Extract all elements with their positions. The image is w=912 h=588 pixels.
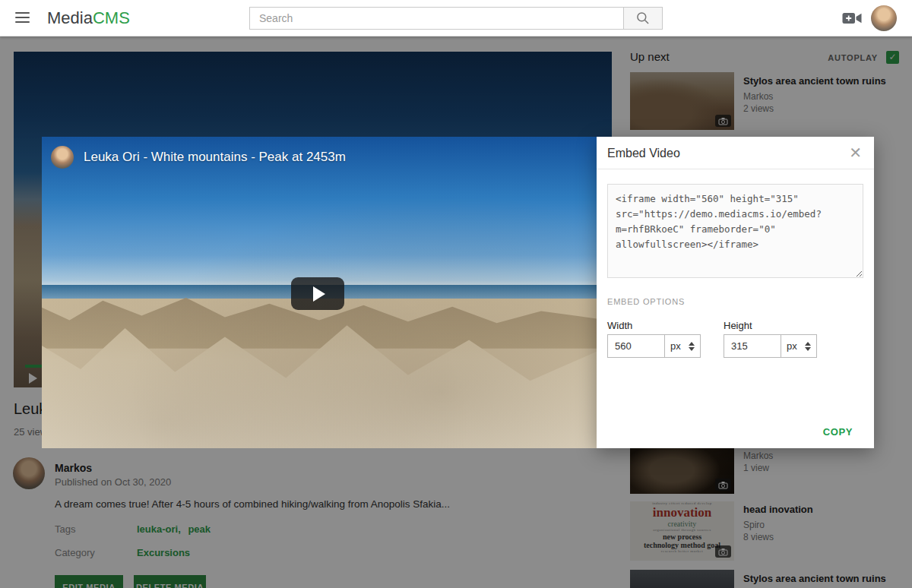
embed-code-textarea[interactable]: <iframe width="560" height="315" src="ht… (607, 184, 863, 278)
search-button[interactable] (623, 7, 663, 30)
user-avatar[interactable] (871, 5, 897, 31)
upload-video-icon[interactable] (842, 11, 862, 26)
play-icon (313, 286, 325, 302)
close-icon[interactable]: ✕ (849, 144, 862, 161)
height-input[interactable] (724, 334, 781, 358)
logo-media-text: Media (47, 8, 93, 27)
width-label: Width (607, 320, 632, 331)
width-unit-select[interactable]: px (665, 334, 701, 358)
search-input[interactable] (249, 7, 623, 30)
embed-preview-player[interactable]: Leuka Ori - White mountains - Peak at 24… (42, 137, 597, 448)
height-label: Height (724, 320, 752, 331)
width-unit-value: px (670, 340, 689, 352)
embed-options-label: EMBED OPTIONS (607, 297, 685, 306)
height-unit-value: px (787, 340, 805, 352)
search-form (249, 7, 663, 30)
top-bar: MediaCMS (0, 0, 912, 36)
search-icon (635, 11, 651, 26)
stepper-arrows-icon (805, 342, 811, 351)
channel-avatar[interactable] (51, 146, 74, 169)
logo-cms-text: CMS (93, 8, 130, 27)
preview-title-bar: Leuka Ori - White mountains - Peak at 24… (51, 146, 346, 169)
embed-video-dialog: Embed Video ✕ <iframe width="560" height… (597, 137, 874, 448)
width-input[interactable] (607, 334, 665, 358)
stepper-arrows-icon (689, 342, 695, 351)
height-unit-select[interactable]: px (781, 334, 817, 358)
logo[interactable]: MediaCMS (47, 8, 130, 28)
hamburger-menu-icon[interactable] (15, 12, 30, 24)
copy-button[interactable]: COPY (823, 426, 853, 438)
dialog-title: Embed Video (607, 147, 680, 160)
dialog-header: Embed Video ✕ (597, 137, 874, 169)
preview-video-title: Leuka Ori - White mountains - Peak at 24… (84, 150, 346, 165)
play-button[interactable] (291, 277, 344, 310)
